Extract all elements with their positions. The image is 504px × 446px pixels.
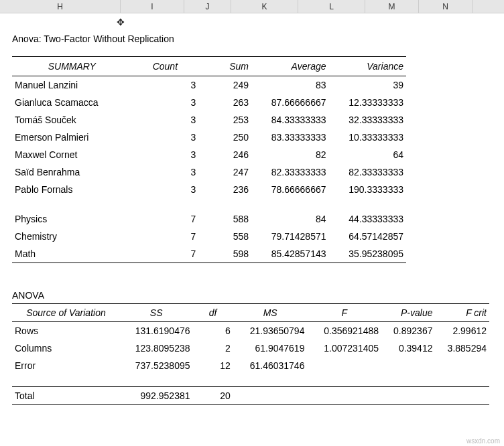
cell-variance[interactable]: 82.33333333 <box>329 163 407 181</box>
summary-table: SUMMARY Count Sum Average Variance Manue… <box>12 56 406 263</box>
cell-name[interactable]: Physics <box>12 210 132 228</box>
cell-average[interactable]: 82 <box>251 146 329 163</box>
cell-count[interactable]: 7 <box>132 210 199 228</box>
col-header-l[interactable]: L <box>298 0 365 13</box>
cell-name[interactable]: Pablo Fornals <box>12 181 132 198</box>
table-row: Math 7 598 85.42857143 35.95238095 <box>12 245 406 263</box>
cell-f[interactable] <box>307 357 381 374</box>
cell-name[interactable]: Manuel Lanzini <box>12 76 132 94</box>
cell-fcrit[interactable]: 3.885294 <box>435 340 489 357</box>
cell-ss[interactable]: 992.952381 <box>120 386 193 404</box>
cell-variance[interactable]: 35.95238095 <box>329 245 407 263</box>
cell-variance[interactable]: 32.33333333 <box>329 111 407 129</box>
cell-name[interactable]: Maxwel Cornet <box>12 146 132 163</box>
cell-src[interactable]: Rows <box>12 322 120 340</box>
cell-name[interactable]: Tomáš Souček <box>12 111 132 129</box>
col-header-n[interactable]: N <box>419 0 472 13</box>
cell-sum[interactable]: 558 <box>198 228 251 245</box>
cell-ms[interactable] <box>233 386 308 404</box>
cell-name[interactable]: Emerson Palmieri <box>12 129 132 146</box>
cell-name[interactable]: Gianluca Scamacca <box>12 94 132 111</box>
cell-variance[interactable]: 12.33333333 <box>329 94 407 111</box>
cell-fcrit[interactable]: 2.99612 <box>435 322 489 340</box>
cell-sum[interactable]: 588 <box>198 210 251 228</box>
cell-ms[interactable]: 21.93650794 <box>233 322 308 340</box>
cell-average[interactable]: 84.33333333 <box>251 111 329 129</box>
anova-total-row: Total 992.952381 20 <box>12 386 489 404</box>
cell-average[interactable]: 87.66666667 <box>251 94 329 111</box>
cell-sum[interactable]: 263 <box>198 94 251 111</box>
cell-p[interactable] <box>381 386 435 404</box>
cell-sum[interactable]: 246 <box>198 146 251 163</box>
col-header-j[interactable]: J <box>184 0 231 13</box>
cell-count[interactable]: 7 <box>132 245 199 263</box>
cell-ms[interactable]: 61.46031746 <box>233 357 308 374</box>
cell-count[interactable]: 3 <box>132 181 199 198</box>
cell-sum[interactable]: 250 <box>198 129 251 146</box>
cell-fcrit[interactable] <box>435 357 489 374</box>
col-header-i[interactable]: I <box>121 0 184 13</box>
cell-f[interactable]: 1.007231405 <box>307 340 381 357</box>
cell-src[interactable]: Error <box>12 357 120 374</box>
cell-name[interactable]: Math <box>12 245 132 263</box>
cell-df[interactable]: 2 <box>193 340 233 357</box>
cell-ss[interactable]: 123.8095238 <box>120 340 193 357</box>
cell-average[interactable]: 84 <box>251 210 329 228</box>
cell-variance[interactable]: 64 <box>329 146 407 163</box>
cell-p[interactable]: 0.39412 <box>381 340 435 357</box>
table-row: Saïd Benrahma 3 247 82.33333333 82.33333… <box>12 163 406 181</box>
cell-average[interactable]: 83.33333333 <box>251 129 329 146</box>
cell-ss[interactable]: 737.5238095 <box>120 357 193 374</box>
cell-count[interactable]: 3 <box>132 129 199 146</box>
cell-variance[interactable]: 44.33333333 <box>329 210 407 228</box>
cell-f[interactable]: 0.356921488 <box>307 322 381 340</box>
table-row: Tomáš Souček 3 253 84.33333333 32.333333… <box>12 111 406 129</box>
cell-ms[interactable]: 61.9047619 <box>233 340 308 357</box>
cell-p[interactable] <box>381 357 435 374</box>
cell-count[interactable]: 3 <box>132 76 199 94</box>
cell-count[interactable]: 3 <box>132 111 199 129</box>
hdr-count: Count <box>132 57 199 76</box>
cell-variance[interactable]: 64.57142857 <box>329 228 407 245</box>
cell-p[interactable]: 0.892367 <box>381 322 435 340</box>
hdr-p: P-value <box>381 304 435 322</box>
cell-variance[interactable]: 10.33333333 <box>329 129 407 146</box>
cell-f[interactable] <box>307 386 381 404</box>
table-row: Rows 131.6190476 6 21.93650794 0.3569214… <box>12 322 489 340</box>
cell-sum[interactable]: 249 <box>198 76 251 94</box>
cell-name[interactable]: Saïd Benrahma <box>12 163 132 181</box>
hdr-average: Average <box>251 57 329 76</box>
cell-sum[interactable]: 247 <box>198 163 251 181</box>
cell-average[interactable]: 83 <box>251 76 329 94</box>
cell-variance[interactable]: 190.3333333 <box>329 181 407 198</box>
cell-count[interactable]: 3 <box>132 163 199 181</box>
spreadsheet-body[interactable]: ✥ Anova: Two-Factor Without Replication … <box>0 13 504 405</box>
cell-count[interactable]: 7 <box>132 228 199 245</box>
cell-sum[interactable]: 236 <box>198 181 251 198</box>
col-header-h[interactable]: H <box>0 0 121 13</box>
cell-sum[interactable]: 598 <box>198 245 251 263</box>
spacer-row <box>12 198 406 210</box>
cell-average[interactable]: 79.71428571 <box>251 228 329 245</box>
cell-average[interactable]: 85.42857143 <box>251 245 329 263</box>
cell-average[interactable]: 82.33333333 <box>251 163 329 181</box>
cell-df[interactable]: 20 <box>193 386 233 404</box>
table-row: Maxwel Cornet 3 246 82 64 <box>12 146 406 163</box>
cell-name[interactable]: Chemistry <box>12 228 132 245</box>
table-row: Error 737.5238095 12 61.46031746 <box>12 357 489 374</box>
col-header-k[interactable]: K <box>231 0 298 13</box>
cell-src[interactable]: Total <box>12 386 120 404</box>
hdr-sum: Sum <box>198 57 251 76</box>
cell-src[interactable]: Columns <box>12 340 120 357</box>
cell-count[interactable]: 3 <box>132 94 199 111</box>
cell-variance[interactable]: 39 <box>329 76 407 94</box>
cell-average[interactable]: 78.66666667 <box>251 181 329 198</box>
cell-fcrit[interactable] <box>435 386 489 404</box>
cell-df[interactable]: 6 <box>193 322 233 340</box>
cell-sum[interactable]: 253 <box>198 111 251 129</box>
col-header-m[interactable]: M <box>365 0 419 13</box>
cell-df[interactable]: 12 <box>193 357 233 374</box>
cell-ss[interactable]: 131.6190476 <box>120 322 193 340</box>
spacer-row <box>12 374 489 386</box>
cell-count[interactable]: 3 <box>132 146 199 163</box>
